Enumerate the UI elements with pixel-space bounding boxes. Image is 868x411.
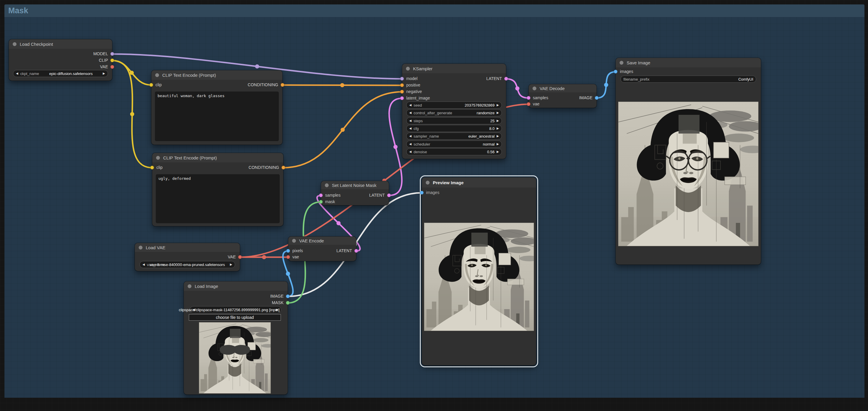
node-clip-text-encode-negative[interactable]: CLIP Text Encode (Prompt) clip CONDITION…	[152, 153, 283, 226]
node-title-bar[interactable]: Save Image	[616, 58, 761, 67]
arrow-left-icon[interactable]: ◀	[409, 143, 411, 146]
steps-widget[interactable]: ◀ steps 25 ▶	[406, 117, 502, 124]
collapse-dot-icon[interactable]	[406, 67, 410, 70]
arrow-right-icon[interactable]: ▶	[497, 135, 499, 138]
node-title-bar[interactable]: Load VAE	[135, 243, 240, 252]
prompt-textarea[interactable]: ugly, deformed	[156, 174, 280, 223]
arrow-left-icon[interactable]: ◀	[409, 111, 411, 114]
arrow-left-icon[interactable]: ◀	[409, 135, 411, 138]
port-latent-image-input[interactable]	[400, 96, 404, 100]
node-title-bar[interactable]: Preview Image	[422, 177, 536, 187]
port-pixels-input[interactable]	[286, 249, 290, 253]
node-title-bar[interactable]: CLIP Text Encode (Prompt)	[152, 153, 283, 163]
input-label-samples: samples	[533, 95, 548, 100]
arrow-left-icon[interactable]: ◀	[409, 150, 411, 153]
port-image-output[interactable]	[595, 96, 599, 100]
denoise-widget[interactable]: ◀ denoise 0.56 ▶	[406, 148, 502, 155]
node-title-bar[interactable]: Set Latent Noise Mask	[321, 181, 389, 189]
collapse-dot-icon[interactable]	[13, 42, 17, 46]
port-vae-output[interactable]	[238, 255, 242, 259]
arrow-right-icon[interactable]: ▶	[497, 104, 499, 107]
node-save-image[interactable]: Save Image images filename_prefix ComfyU…	[616, 58, 761, 265]
arrow-left-icon[interactable]: ◀	[409, 119, 411, 122]
arrow-right-icon[interactable]: ▶	[497, 119, 499, 122]
node-title: Load Image	[195, 284, 218, 289]
collapse-dot-icon[interactable]	[620, 61, 623, 65]
node-set-latent-noise-mask[interactable]: Set Latent Noise Mask samples LATENT mas…	[321, 181, 389, 205]
port-clip-input[interactable]	[149, 83, 153, 87]
node-title-bar[interactable]: CLIP Text Encode (Prompt)	[151, 70, 282, 80]
port-model-output[interactable]	[110, 52, 114, 56]
image-file-widget[interactable]: clipspace/clipspace-mask-11487256.899999…	[190, 306, 281, 313]
port-vae-input[interactable]	[286, 255, 290, 259]
arrow-right-icon[interactable]: ▶	[103, 72, 105, 75]
port-conditioning-output[interactable]	[281, 166, 285, 170]
port-clip-output[interactable]	[110, 58, 114, 62]
arrow-right-icon[interactable]: ▶	[230, 263, 232, 266]
loaded-image-preview	[199, 322, 271, 393]
port-images-input[interactable]	[420, 191, 424, 195]
port-mask-input[interactable]	[319, 200, 323, 204]
collapse-dot-icon[interactable]	[188, 284, 191, 288]
node-title-bar[interactable]: VAE Encode	[288, 236, 356, 245]
output-label-model: MODEL	[93, 51, 108, 56]
control-after-generate-widget[interactable]: ◀ control_after_generate randomize ▶	[406, 109, 502, 116]
node-load-checkpoint[interactable]: Load Checkpoint MODEL CLIP VAE ◀ ckpt_na…	[9, 39, 112, 81]
port-model-input[interactable]	[400, 77, 404, 81]
arrow-left-icon[interactable]: ◀	[409, 127, 411, 130]
arrow-right-icon[interactable]: ▶	[497, 127, 499, 130]
group-title-bar[interactable]: Mask	[4, 4, 864, 17]
collapse-dot-icon[interactable]	[292, 239, 296, 243]
collapse-dot-icon[interactable]	[139, 246, 143, 249]
arrow-right-icon[interactable]: ▶	[276, 308, 278, 311]
port-vae-output[interactable]	[110, 65, 114, 69]
port-vae-input[interactable]	[527, 102, 530, 106]
arrow-right-icon[interactable]: ▶	[497, 111, 499, 114]
port-positive-input[interactable]	[400, 83, 404, 87]
port-clip-input[interactable]	[150, 166, 154, 170]
collapse-dot-icon[interactable]	[325, 183, 329, 187]
filename-prefix-widget[interactable]: filename_prefix ComfyUI	[620, 76, 756, 83]
collapse-dot-icon[interactable]	[155, 73, 159, 77]
prompt-textarea[interactable]: beautiful woman, dark glasses	[155, 91, 279, 141]
arrow-left-icon[interactable]: ◀	[409, 104, 411, 107]
cfg-widget[interactable]: ◀ cfg 8.0 ▶	[406, 125, 502, 132]
choose-file-button[interactable]: choose file to upload	[189, 314, 281, 321]
node-vae-decode[interactable]: VAE Decode samples IMAGE vae	[529, 84, 596, 108]
collapse-dot-icon[interactable]	[426, 181, 430, 184]
node-preview-image[interactable]: Preview Image images	[422, 177, 536, 365]
node-title-bar[interactable]: VAE Decode	[529, 84, 596, 92]
port-samples-input[interactable]	[319, 194, 323, 197]
arrow-right-icon[interactable]: ▶	[497, 150, 499, 153]
port-latent-output[interactable]	[387, 194, 391, 197]
port-latent-output[interactable]	[354, 249, 358, 253]
port-negative-input[interactable]	[400, 90, 404, 94]
node-title-bar[interactable]: Load Image	[184, 282, 288, 291]
sampler-name-widget[interactable]: ◀ sampler_name euler_ancestral ▶	[406, 133, 502, 140]
port-samples-input[interactable]	[527, 96, 530, 100]
scheduler-widget[interactable]: ◀ scheduler normal ▶	[406, 141, 502, 148]
node-vae-encode[interactable]: VAE Encode pixels LATENT vae	[288, 236, 356, 261]
node-title-bar[interactable]: Load Checkpoint	[9, 39, 112, 49]
port-conditioning-output[interactable]	[281, 83, 284, 87]
port-images-input[interactable]	[614, 70, 618, 74]
arrow-left-icon[interactable]: ◀	[16, 72, 18, 75]
collapse-dot-icon[interactable]	[156, 156, 160, 160]
arrow-left-icon[interactable]: ◀	[193, 308, 195, 311]
port-mask-output[interactable]	[286, 301, 290, 305]
node-title-bar[interactable]: KSampler	[402, 64, 506, 73]
ckpt-name-widget[interactable]: ◀ ckpt_name epic-diffusion.safetensors ▶	[13, 70, 108, 77]
node-title: Load VAE	[146, 245, 165, 250]
vae-name-widget[interactable]: ◀ vae_name vae-ft-mse-840000-ema-pruned.…	[140, 261, 235, 268]
port-image-output[interactable]	[286, 294, 290, 298]
seed-widget[interactable]: ◀ seed 20375769292869 ▶	[406, 101, 502, 109]
collapse-dot-icon[interactable]	[532, 87, 536, 90]
node-clip-text-encode-positive[interactable]: CLIP Text Encode (Prompt) clip CONDITION…	[151, 70, 282, 145]
arrow-right-icon[interactable]: ▶	[497, 143, 499, 146]
node-load-vae[interactable]: Load VAE VAE ◀ vae_name vae-ft-mse-84000…	[135, 243, 240, 271]
node-load-image[interactable]: Load Image IMAGE MASK clipspace/clipspac…	[184, 282, 288, 394]
input-label-samples: samples	[325, 193, 340, 198]
comfyui-canvas[interactable]: { "canvas": { "group_title": "Mask" }, "…	[0, 0, 868, 411]
port-latent-output[interactable]	[504, 77, 508, 81]
node-ksampler[interactable]: KSampler model LATENT positive negative …	[402, 64, 506, 159]
